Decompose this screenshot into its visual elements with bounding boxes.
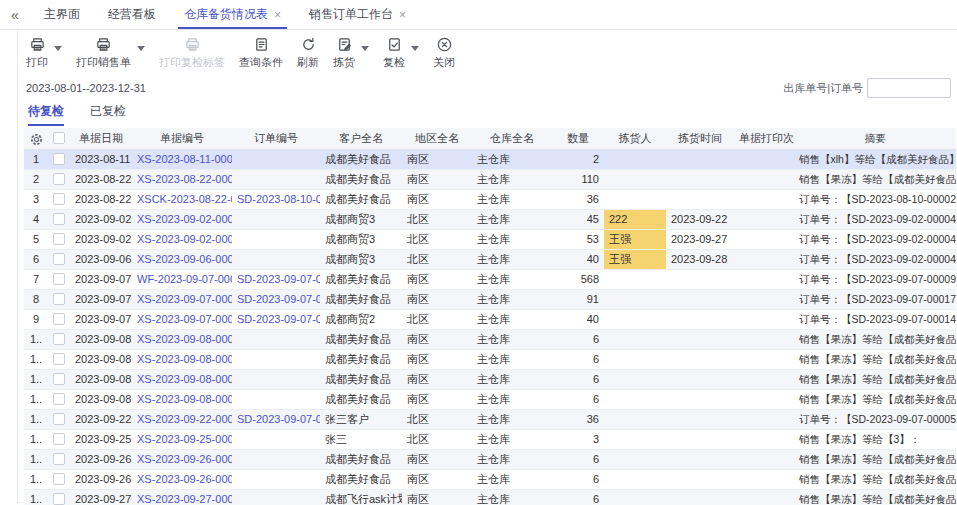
row-checkbox[interactable] [53, 233, 65, 245]
table-row[interactable]: 72023-09-07WF-2023-09-07-00003SD-2023-09… [24, 270, 956, 290]
row-checkbox[interactable] [53, 373, 65, 385]
table-row[interactable]: 1..2023-09-08XS-2023-09-08-00024成都美好食品南区… [24, 330, 956, 350]
table-row[interactable]: 42023-09-02XS-2023-09-02-00016成都商贸3北区主仓库… [24, 210, 956, 230]
column-header-7[interactable]: 拣货人 [604, 128, 666, 149]
column-header-5[interactable]: 仓库全名 [472, 128, 552, 149]
row-checkbox[interactable] [53, 433, 65, 445]
toolbar-button-查询条件[interactable]: 查询条件 [239, 36, 283, 70]
table-row[interactable]: 1..2023-09-08XS-2023-09-08-00025成都美好食品南区… [24, 350, 956, 370]
column-header-6[interactable]: 数量 [552, 128, 604, 149]
tab-2[interactable]: 仓库备货情况表× [170, 0, 295, 29]
table-row[interactable]: 82023-09-07XS-2023-09-07-00022SD-2023-09… [24, 290, 956, 310]
column-header-8[interactable]: 拣货时间 [666, 128, 734, 149]
cell-doc-number-link[interactable]: XS-2023-09-06-00018 [132, 250, 232, 269]
cell-doc-number-link[interactable]: XS-2023-09-08-00024 [132, 330, 232, 349]
toolbar-button-关闭[interactable]: 关闭 [433, 36, 455, 70]
row-checkbox[interactable] [53, 353, 65, 365]
row-checkbox[interactable] [53, 473, 65, 485]
table-row[interactable]: 1..2023-09-26XS-2023-09-26-00033成都美好食品南区… [24, 470, 956, 490]
table-row[interactable]: 12023-08-11XS-2023-08-11-00013成都美好食品南区主仓… [24, 150, 956, 170]
collapse-sidebar-icon[interactable]: « [0, 0, 30, 29]
select-all-checkbox[interactable] [53, 132, 65, 144]
cell-picker [604, 290, 666, 309]
cell-pick-time [666, 370, 734, 389]
cell-region-name: 南区 [402, 150, 472, 169]
table-row[interactable]: 52023-09-02XS-2023-09-02-00017成都商贸3北区主仓库… [24, 230, 956, 250]
cell-doc-number-link[interactable]: XS-2023-09-08-00026 [132, 370, 232, 389]
table-row[interactable]: 1..2023-09-08XS-2023-09-08-00027成都美好食品南区… [24, 390, 956, 410]
toolbar-button-打印销售单[interactable]: 打印销售单 [76, 36, 145, 70]
row-checkbox[interactable] [53, 493, 65, 505]
search-input[interactable] [867, 78, 951, 98]
cell-doc-number-link[interactable]: XS-2023-09-26-00033 [132, 470, 232, 489]
row-checkbox[interactable] [53, 313, 65, 325]
cell-doc-date: 2023-08-22 [70, 190, 132, 209]
cell-doc-number-link[interactable]: XS-2023-09-02-00016 [132, 210, 232, 229]
cell-doc-number-link[interactable]: XS-2023-08-11-00013 [132, 150, 232, 169]
row-checkbox[interactable] [53, 253, 65, 265]
table-row[interactable]: 1..2023-09-08XS-2023-09-08-00026成都美好食品南区… [24, 370, 956, 390]
column-settings-gear-icon[interactable] [24, 128, 48, 149]
column-header-3[interactable]: 客户全名 [320, 128, 402, 149]
view-tab-1[interactable]: 已复检 [90, 103, 126, 126]
cell-region-name: 南区 [402, 370, 472, 389]
chevron-down-icon[interactable] [54, 46, 62, 51]
cell-doc-number-link[interactable]: XS-2023-09-25-00031 [132, 430, 232, 449]
toolbar-button-刷新[interactable]: 刷新 [297, 36, 319, 70]
table-row[interactable]: 22023-08-22XS-2023-08-22-00014成都美好食品南区主仓… [24, 170, 956, 190]
cell-doc-number-link[interactable]: XS-2023-09-27-00034 [132, 490, 232, 505]
table-row[interactable]: 1..2023-09-22XS-2023-09-22-00030SD-2023-… [24, 410, 956, 430]
chevron-down-icon[interactable] [361, 46, 369, 51]
toolbar-button-打印[interactable]: 打印 [26, 36, 62, 70]
column-header-2[interactable]: 订单编号 [232, 128, 320, 149]
cell-doc-number-link[interactable]: XS-2023-08-22-00014 [132, 170, 232, 189]
row-checkbox[interactable] [53, 293, 65, 305]
row-checkbox[interactable] [53, 173, 65, 185]
table-row[interactable]: 1..2023-09-26XS-2023-09-26-00032成都美好食品南区… [24, 450, 956, 470]
cell-doc-number-link[interactable]: XS-2023-09-07-00023 [132, 310, 232, 329]
row-checkbox[interactable] [53, 213, 65, 225]
toolbar-button-复检[interactable]: 复检 [383, 36, 419, 70]
table-row[interactable]: 1..2023-09-25XS-2023-09-25-00031张三北区主仓库3… [24, 430, 956, 450]
cell-doc-number-link[interactable]: WF-2023-09-07-00003 [132, 270, 232, 289]
column-header-0[interactable]: 单据日期 [70, 128, 132, 149]
cell-summary: 订单号：【SD-2023-09-07-00017... [794, 290, 956, 309]
table-row[interactable]: 62023-09-06XS-2023-09-06-00018成都商贸3北区主仓库… [24, 250, 956, 270]
row-checkbox[interactable] [53, 413, 65, 425]
cell-doc-number-link[interactable]: XS-2023-09-07-00022 [132, 290, 232, 309]
cell-order-number-link[interactable]: SD-2023-09-07-00014 [232, 310, 320, 329]
chevron-down-icon[interactable] [137, 46, 145, 51]
cell-doc-number-link[interactable]: XS-2023-09-02-00017 [132, 230, 232, 249]
chevron-down-icon[interactable] [411, 46, 419, 51]
column-header-1[interactable]: 单据编号 [132, 128, 232, 149]
tab-close-icon[interactable]: × [399, 9, 406, 21]
table-row[interactable]: 32023-08-22XSCK-2023-08-22-00001SD-2023-… [24, 190, 956, 210]
cell-doc-number-link[interactable]: XS-2023-09-08-00025 [132, 350, 232, 369]
tab-3[interactable]: 销售订单工作台× [295, 0, 420, 29]
cell-order-number-link[interactable]: SD-2023-09-07-00005 [232, 410, 320, 429]
row-checkbox[interactable] [53, 193, 65, 205]
cell-order-number-link[interactable]: SD-2023-09-07-00009 [232, 270, 320, 289]
cell-order-number-link[interactable]: SD-2023-08-10-00002 [232, 190, 320, 209]
cell-order-number-link[interactable]: SD-2023-09-07-00017 [232, 290, 320, 309]
row-checkbox[interactable] [53, 453, 65, 465]
tab-1[interactable]: 经营看板 [94, 0, 170, 29]
cell-doc-number-link[interactable]: XS-2023-09-22-00030 [132, 410, 232, 429]
cell-doc-number-link[interactable]: XS-2023-09-08-00027 [132, 390, 232, 409]
table-row[interactable]: 92023-09-07XS-2023-09-07-00023SD-2023-09… [24, 310, 956, 330]
table-row[interactable]: 1..2023-09-27XS-2023-09-27-00034成都飞行ask计… [24, 490, 956, 505]
toolbar-button-拣货[interactable]: 拣货 [333, 36, 369, 70]
row-checkbox[interactable] [53, 393, 65, 405]
tab-close-icon[interactable]: × [274, 9, 281, 21]
view-tab-0[interactable]: 待复检 [28, 103, 64, 126]
cell-print-count [734, 170, 794, 189]
tab-0[interactable]: 主界面 [30, 0, 94, 29]
row-checkbox[interactable] [53, 333, 65, 345]
column-header-4[interactable]: 地区全名 [402, 128, 472, 149]
cell-doc-number-link[interactable]: XSCK-2023-08-22-00001 [132, 190, 232, 209]
column-header-9[interactable]: 单据打印次数 [734, 128, 794, 149]
column-header-10[interactable]: 摘要 [794, 128, 956, 149]
row-checkbox[interactable] [53, 153, 65, 165]
row-checkbox[interactable] [53, 273, 65, 285]
cell-doc-number-link[interactable]: XS-2023-09-26-00032 [132, 450, 232, 469]
